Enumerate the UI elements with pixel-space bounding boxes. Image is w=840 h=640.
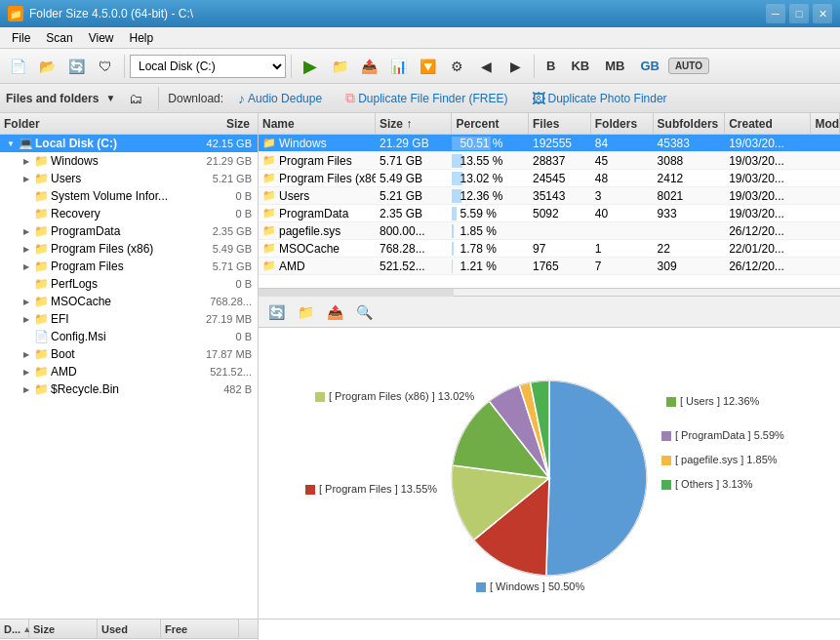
col-subfolders[interactable]: Subfolders <box>654 113 726 134</box>
tree-item[interactable]: ▶📁Boot17.87 MB <box>0 345 258 363</box>
file-percent: 13.55 % <box>452 153 528 169</box>
pie-segment[interactable] <box>546 380 647 576</box>
expand-icon[interactable] <box>20 330 33 343</box>
scan-button[interactable]: ▶ <box>297 53 324 80</box>
tree-col-folder[interactable]: Folder <box>4 117 185 131</box>
photo-finder-button[interactable]: 🖼 Duplicate Photo Finder <box>523 88 676 109</box>
expand-icon[interactable]: ▶ <box>20 347 33 361</box>
chart-zoom-button[interactable]: 🔍 <box>350 299 378 326</box>
expand-icon[interactable]: ▶ <box>20 260 33 273</box>
expand-icon[interactable]: ▶ <box>20 295 33 308</box>
export-button[interactable]: 📤 <box>355 53 382 80</box>
tree-item[interactable]: ▶📁Users5.21 GB <box>0 170 258 187</box>
drive-selector[interactable]: Local Disk (C:) <box>130 55 286 78</box>
shield-button[interactable]: 🛡 <box>92 53 119 80</box>
legend-item: [ Program Files ] 13.55% <box>305 483 437 495</box>
close-button[interactable]: ✕ <box>813 4 832 23</box>
dl-col-size[interactable]: Size <box>29 620 98 638</box>
scan-folder-button[interactable]: 📁 <box>326 53 353 80</box>
refresh-button[interactable]: 🔄 <box>62 53 90 80</box>
file-subfolders: 2412 <box>654 171 726 186</box>
table-row[interactable]: 📁Windows21.29 GB50.51 %192555844538319/0… <box>259 135 840 152</box>
table-row[interactable]: 📁ProgramData2.35 GB5.59 %50924093319/03/… <box>259 205 840 222</box>
folder-size: 27.19 MB <box>189 313 258 325</box>
duplicate-finder-button[interactable]: ⧉ Duplicate File Finder (FREE) <box>337 87 516 109</box>
expand-icon[interactable]: ▶ <box>20 365 33 379</box>
col-files[interactable]: Files <box>529 113 591 134</box>
audio-dedupe-button[interactable]: ♪ Audio Dedupe <box>229 88 331 109</box>
table-row[interactable]: 📁AMD521.52...1.21 %1765730926/12/20... <box>259 258 840 275</box>
table-row[interactable]: 📁Program Files5.71 GB13.55 %288374530881… <box>259 152 840 170</box>
menu-help[interactable]: Help <box>122 29 162 47</box>
tree-item[interactable]: 📁Recovery0 B <box>0 205 258 222</box>
unit-auto[interactable]: AUTO <box>668 58 709 74</box>
tree-item[interactable]: 📄Config.Msi0 B <box>0 328 258 345</box>
file-created: 19/03/20... <box>725 153 811 169</box>
chart-export2-button[interactable]: 📤 <box>321 299 348 326</box>
expand-icon[interactable]: ▼ <box>4 137 18 150</box>
tree-item[interactable]: ▶📁AMD521.52... <box>0 363 258 380</box>
menu-scan[interactable]: Scan <box>38 29 80 47</box>
expand-icon[interactable]: ▶ <box>20 224 33 238</box>
minimize-button[interactable]: ─ <box>766 4 785 23</box>
menu-view[interactable]: View <box>81 29 122 47</box>
tree-item[interactable]: ▶📁Program Files (x86)5.49 GB <box>0 240 258 258</box>
tree-item[interactable]: 📁System Volume Infor...0 B <box>0 187 258 205</box>
tree-item[interactable]: ▶📁EFI27.19 MB <box>0 310 258 328</box>
chart-button[interactable]: 📊 <box>384 53 412 80</box>
table-row[interactable]: 📁Users5.21 GB12.36 %351433802119/03/20..… <box>259 187 840 205</box>
dl-col-free[interactable]: Free <box>161 620 239 638</box>
maximize-button[interactable]: □ <box>789 4 809 23</box>
table-row[interactable]: 📁pagefile.sys800.00...1.85 %26/12/20... <box>259 222 840 240</box>
filter-button[interactable]: 🔽 <box>414 53 441 80</box>
tree-item[interactable]: 📁PerfLogs0 B <box>0 275 258 293</box>
tree-header: Folder Size <box>0 113 258 135</box>
col-percent[interactable]: Percent <box>452 113 528 134</box>
unit-kb[interactable]: KB <box>564 56 596 76</box>
new-button[interactable]: 📄 <box>4 53 31 80</box>
folder-size: 0 B <box>189 208 258 220</box>
horizontal-scrollbar[interactable] <box>259 289 840 297</box>
tree-item[interactable]: ▶📁$Recycle.Bin482 B <box>0 380 258 398</box>
dl-col-drive[interactable]: D... ▲ <box>0 620 29 638</box>
tree-item[interactable]: ▼💻Local Disk (C:)42.15 GB <box>0 135 258 152</box>
tree-col-size[interactable]: Size <box>185 117 254 131</box>
open-button[interactable]: 📂 <box>33 53 60 80</box>
expand-icon[interactable] <box>20 207 33 220</box>
dl-col-used[interactable]: Used <box>98 620 161 638</box>
files-folders-dropdown[interactable]: ▼ <box>102 85 118 112</box>
table-row[interactable]: 📁MSOCache768.28...1.78 %9712222/01/20... <box>259 240 840 258</box>
forward-button[interactable]: ▶ <box>501 53 529 80</box>
tree-item[interactable]: ▶📁MSOCache768.28... <box>0 293 258 310</box>
svg-rect-1 <box>315 392 325 402</box>
col-name[interactable]: Name <box>259 113 376 134</box>
menu-file[interactable]: File <box>4 29 38 47</box>
unit-b[interactable]: B <box>540 56 562 76</box>
settings-button[interactable]: ⚙ <box>443 53 470 80</box>
title-bar: 📁 Folder Size 4.5.0.0 (64-bit) - C:\ ─ □… <box>0 0 840 27</box>
audio-icon: ♪ <box>238 91 245 106</box>
svg-rect-2 <box>305 485 315 495</box>
col-size[interactable]: Size ↑ <box>376 113 452 134</box>
tree-item[interactable]: ▶📁Windows21.29 GB <box>0 152 258 170</box>
expand-icon[interactable]: ▶ <box>20 312 33 326</box>
tree-item[interactable]: ▶📁ProgramData2.35 GB <box>0 222 258 240</box>
col-created[interactable]: Created <box>725 113 811 134</box>
chart-refresh-button[interactable]: 🔄 <box>262 299 290 326</box>
chart-folder-button[interactable]: 📁 <box>292 299 319 326</box>
expand-icon[interactable] <box>20 189 33 203</box>
expand-icon[interactable]: ▶ <box>20 154 33 168</box>
col-mod[interactable]: Mod <box>811 113 840 134</box>
col-folders[interactable]: Folders <box>591 113 654 134</box>
tree-item[interactable]: ▶📁Program Files5.71 GB <box>0 258 258 275</box>
unit-mb[interactable]: MB <box>598 56 631 76</box>
expand-icon[interactable]: ▶ <box>20 242 33 256</box>
unit-gb[interactable]: GB <box>633 56 666 76</box>
back-button[interactable]: ◀ <box>472 53 500 80</box>
folder-size: 482 B <box>189 383 258 395</box>
expand-icon[interactable]: ▶ <box>20 172 33 185</box>
files-folders-icon[interactable]: 🗂 <box>122 85 149 112</box>
expand-icon[interactable] <box>20 277 33 291</box>
table-row[interactable]: 📁Program Files (x86)5.49 GB13.02 %245454… <box>259 170 840 187</box>
expand-icon[interactable]: ▶ <box>20 382 33 396</box>
